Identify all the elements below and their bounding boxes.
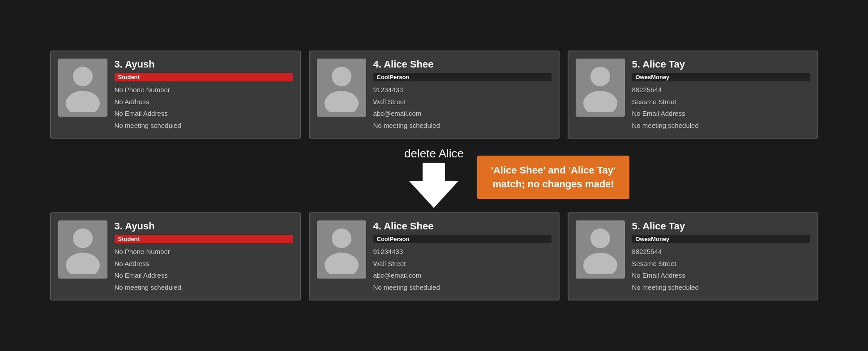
card-detail: No meeting scheduled — [373, 121, 552, 131]
card-info: 5. Alice TayOwesMoney88225544Sesame Stre… — [632, 59, 810, 131]
card-detail: 91234433 — [373, 247, 552, 257]
svg-point-11 — [583, 253, 617, 274]
card-detail: 91234433 — [373, 85, 552, 95]
svg-point-2 — [332, 67, 351, 86]
arrow-label: delete Alice — [404, 147, 464, 208]
card-bot-2: 4. Alice SheeCoolPerson91234433Wall Stre… — [309, 212, 560, 300]
card-detail: No meeting scheduled — [115, 283, 293, 293]
card-top-3: 5. Alice TayOwesMoney88225544Sesame Stre… — [568, 51, 818, 139]
svg-point-5 — [583, 91, 617, 112]
avatar — [58, 220, 107, 279]
card-tag: CoolPerson — [373, 235, 552, 243]
arrow-down — [409, 181, 458, 208]
arrow-container — [409, 163, 458, 208]
svg-point-4 — [590, 67, 610, 86]
card-detail: Sesame Street — [632, 97, 810, 107]
card-name: 5. Alice Tay — [632, 59, 810, 70]
arrow-shaft — [423, 163, 445, 181]
card-info: 3. AyushStudentNo Phone NumberNo Address… — [115, 220, 293, 292]
card-detail: Wall Street — [373, 97, 552, 107]
avatar — [576, 220, 625, 279]
card-top-1: 3. AyushStudentNo Phone NumberNo Address… — [50, 51, 301, 139]
middle-section: delete Alice 'Alice Shee' and 'Alice Tay… — [9, 147, 859, 208]
card-detail: No Phone Number — [115, 247, 293, 257]
card-detail: No Address — [115, 97, 293, 107]
notice-box: 'Alice Shee' and 'Alice Tay' match; no c… — [477, 156, 629, 199]
card-detail: No Email Address — [632, 109, 810, 119]
card-detail: No Email Address — [115, 271, 293, 281]
card-tag: Student — [115, 73, 293, 81]
avatar — [317, 59, 366, 117]
avatar — [317, 220, 366, 279]
card-detail: abc@email.com — [373, 109, 552, 119]
main-container: 3. AyushStudentNo Phone NumberNo Address… — [9, 51, 859, 300]
card-name: 5. Alice Tay — [632, 220, 810, 232]
delete-label: delete Alice — [404, 147, 464, 161]
bottom-cards-row: 3. AyushStudentNo Phone NumberNo Address… — [9, 212, 859, 300]
card-top-2: 4. Alice SheeCoolPerson91234433Wall Stre… — [309, 51, 560, 139]
card-info: 4. Alice SheeCoolPerson91234433Wall Stre… — [373, 59, 552, 131]
card-detail: No Email Address — [115, 109, 293, 119]
svg-point-10 — [590, 228, 610, 248]
card-name: 3. Ayush — [115, 59, 293, 70]
card-detail: No Email Address — [632, 271, 810, 281]
top-cards-row: 3. AyushStudentNo Phone NumberNo Address… — [9, 51, 859, 139]
card-name: 4. Alice Shee — [373, 59, 552, 70]
card-detail: 88225544 — [632, 85, 810, 95]
card-detail: No meeting scheduled — [632, 283, 810, 293]
svg-point-0 — [73, 67, 93, 86]
svg-point-3 — [325, 91, 359, 112]
card-tag: CoolPerson — [373, 73, 552, 81]
card-detail: No Phone Number — [115, 85, 293, 95]
card-detail: 88225544 — [632, 247, 810, 257]
card-detail: Sesame Street — [632, 259, 810, 269]
avatar — [576, 59, 625, 117]
svg-point-8 — [332, 228, 351, 248]
card-name: 3. Ayush — [115, 220, 293, 232]
card-info: 3. AyushStudentNo Phone NumberNo Address… — [115, 59, 293, 131]
card-detail: No meeting scheduled — [115, 121, 293, 131]
svg-point-1 — [66, 91, 100, 112]
card-detail: No meeting scheduled — [373, 283, 552, 293]
avatar — [58, 59, 107, 117]
card-name: 4. Alice Shee — [373, 220, 552, 232]
card-bot-3: 5. Alice TayOwesMoney88225544Sesame Stre… — [568, 212, 818, 300]
card-info: 4. Alice SheeCoolPerson91234433Wall Stre… — [373, 220, 552, 292]
card-detail: No meeting scheduled — [632, 121, 810, 131]
card-detail: Wall Street — [373, 259, 552, 269]
card-detail: No Address — [115, 259, 293, 269]
card-detail: abc@email.com — [373, 271, 552, 281]
svg-point-7 — [66, 253, 100, 274]
card-info: 5. Alice TayOwesMoney88225544Sesame Stre… — [632, 220, 810, 292]
card-tag: OwesMoney — [632, 235, 810, 243]
svg-point-6 — [73, 228, 93, 248]
card-tag: Student — [115, 235, 293, 243]
card-bot-1: 3. AyushStudentNo Phone NumberNo Address… — [50, 212, 301, 300]
card-tag: OwesMoney — [632, 73, 810, 81]
svg-point-9 — [325, 253, 359, 274]
